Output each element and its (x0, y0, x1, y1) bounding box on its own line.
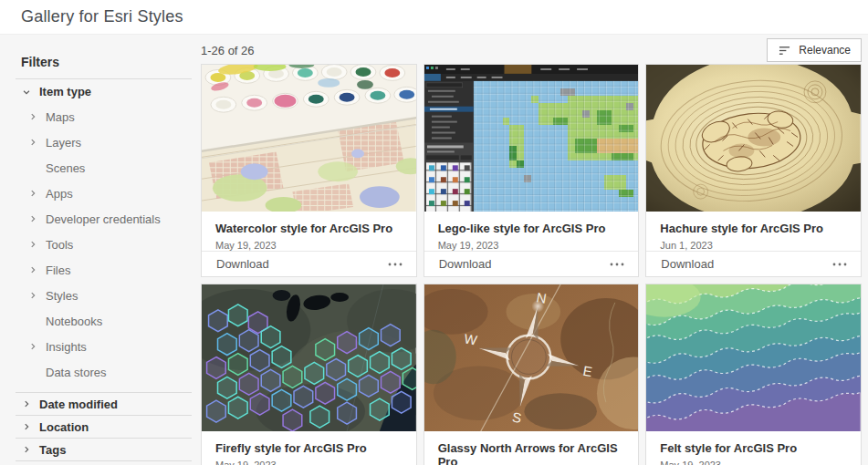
card-info: Glassy North Arrows for ArcGIS Pro May 1… (424, 431, 639, 465)
chevron-right-icon (28, 265, 37, 274)
filter-item-notebooks[interactable]: Notebooks (16, 308, 192, 334)
chevron-right-icon (22, 445, 31, 454)
card-title[interactable]: Hachure style for ArcGIS Pro (660, 222, 848, 235)
watercolor-thumbnail-image (202, 65, 416, 212)
card-info: Firefly style for ArcGIS Pro May 19, 202… (202, 431, 416, 465)
filter-item-tools[interactable]: Tools (16, 232, 192, 257)
card-date: May 19, 2023 (660, 460, 848, 465)
card-info: Felt style for ArcGIS Pro May 19, 2023 (646, 431, 861, 465)
download-button[interactable]: Download (216, 257, 269, 271)
filters-heading: Filters (21, 55, 192, 69)
chevron-right-icon (28, 189, 37, 198)
card-date: May 19, 2023 (438, 240, 626, 251)
card-thumbnail[interactable] (646, 284, 861, 431)
card-title[interactable]: Watercolor style for ArcGIS Pro (215, 222, 403, 235)
sort-button[interactable]: Relevance (767, 38, 862, 62)
page-title: Gallery for Esri Styles (21, 7, 183, 26)
filter-item-developer-credentials[interactable]: Developer credentials (16, 206, 192, 232)
card-date: Jun 1, 2023 (660, 240, 848, 251)
filter-item-label: Maps (46, 110, 75, 124)
card-thumbnail[interactable]: N E S W (424, 284, 639, 431)
hachure-thumbnail-image (646, 65, 861, 212)
filter-item-label: Notebooks (46, 315, 102, 328)
card-title[interactable]: Firefly style for ArcGIS Pro (215, 441, 403, 455)
card-thumbnail[interactable] (202, 284, 416, 431)
page-header: Gallery for Esri Styles (0, 0, 868, 35)
filter-item-data-stores[interactable]: Data stores (16, 359, 192, 385)
filter-item-scenes[interactable]: Scenes (16, 155, 192, 181)
firefly-thumbnail-image (202, 284, 416, 431)
card-footer: Download (202, 251, 416, 276)
filter-item-layers[interactable]: Layers (16, 129, 192, 155)
filter-item-label: Layers (46, 136, 81, 150)
card-date: May 19, 2023 (215, 240, 403, 251)
gallery-card: Lego-like style for ArcGIS Pro May 19, 2… (424, 64, 640, 277)
chevron-right-icon (28, 342, 37, 351)
chevron-right-icon (28, 112, 37, 121)
ellipsis-icon (388, 263, 403, 266)
filter-item-apps[interactable]: Apps (16, 181, 192, 206)
filter-group-item-type[interactable]: Item type (16, 79, 192, 104)
gallery-card[interactable]: N E S W Glassy North Arrows for ArcGIS P… (424, 284, 640, 465)
gallery-card: Firefly style for ArcGIS Pro May 19, 202… (201, 284, 417, 465)
filter-item-label: Files (46, 264, 70, 277)
more-options-button[interactable] (831, 261, 849, 268)
more-options-button[interactable] (608, 261, 626, 268)
filter-group-date-modified[interactable]: Date modified (16, 393, 192, 415)
filter-group-location[interactable]: Location (16, 416, 192, 438)
card-title[interactable]: Lego-like style for ArcGIS Pro (438, 222, 626, 235)
card-footer: Download (646, 251, 861, 276)
chevron-right-icon (28, 240, 37, 249)
card-thumbnail[interactable] (646, 65, 861, 212)
results-main: 1-26 of 26 Relevance (201, 35, 868, 465)
filter-item-insights[interactable]: Insights (16, 334, 192, 359)
felt-thumbnail-image (646, 284, 861, 431)
card-info: Lego-like style for ArcGIS Pro May 19, 2… (424, 212, 639, 251)
download-button[interactable]: Download (661, 257, 714, 271)
content-area: Filters Item type Maps Layers Scenes App… (0, 35, 868, 465)
sort-button-label: Relevance (799, 44, 851, 57)
filters-sidebar: Filters Item type Maps Layers Scenes App… (0, 35, 201, 465)
sort-descending-icon (778, 45, 791, 57)
ellipsis-icon (832, 263, 847, 266)
gallery-card: Hachure style for ArcGIS Pro Jun 1, 2023… (645, 64, 862, 277)
filter-group-label: Location (39, 420, 89, 434)
chevron-right-icon (28, 291, 37, 300)
card-info: Hachure style for ArcGIS Pro Jun 1, 2023 (646, 212, 861, 251)
filter-group-label: Date modified (39, 398, 118, 411)
filter-item-label: Scenes (46, 161, 85, 175)
filter-group-status[interactable]: Status (16, 461, 192, 465)
card-thumbnail[interactable] (424, 65, 639, 212)
filter-item-maps[interactable]: Maps (16, 104, 192, 129)
chevron-right-icon (22, 422, 31, 431)
chevron-down-icon (22, 88, 31, 97)
lego-thumbnail-image (424, 65, 639, 212)
card-thumbnail[interactable] (202, 65, 416, 212)
filter-group-tags[interactable]: Tags (16, 439, 192, 460)
gallery-card: Felt style for ArcGIS Pro May 19, 2023 D… (645, 284, 862, 465)
card-title[interactable]: Glassy North Arrows for ArcGIS Pro (438, 441, 626, 465)
filter-group-label: Tags (39, 443, 66, 457)
filter-item-label: Data stores (46, 366, 106, 379)
card-footer: Download (424, 251, 639, 276)
gallery-card: Watercolor style for ArcGIS Pro May 19, … (201, 64, 417, 277)
item-type-list: Maps Layers Scenes Apps Developer creden… (16, 104, 192, 392)
download-button[interactable]: Download (439, 257, 492, 271)
filter-item-label: Apps (46, 187, 73, 201)
filter-item-styles[interactable]: Styles (16, 283, 192, 308)
filter-group-label: Item type (39, 85, 91, 98)
filter-item-label: Developer credentials (46, 212, 161, 226)
chevron-right-icon (28, 138, 37, 147)
filter-item-label: Tools (46, 238, 73, 252)
card-grid: Watercolor style for ArcGIS Pro May 19, … (201, 64, 862, 465)
card-info: Watercolor style for ArcGIS Pro May 19, … (202, 212, 416, 251)
chevron-right-icon (22, 399, 31, 408)
filter-item-label: Insights (46, 340, 87, 354)
results-toolbar: 1-26 of 26 Relevance (201, 38, 862, 62)
filter-item-label: Styles (46, 289, 78, 303)
card-title[interactable]: Felt style for ArcGIS Pro (660, 441, 848, 455)
card-date: May 19, 2023 (215, 460, 403, 465)
filter-item-files[interactable]: Files (16, 257, 192, 283)
result-count: 1-26 of 26 (201, 44, 255, 57)
more-options-button[interactable] (386, 261, 404, 268)
